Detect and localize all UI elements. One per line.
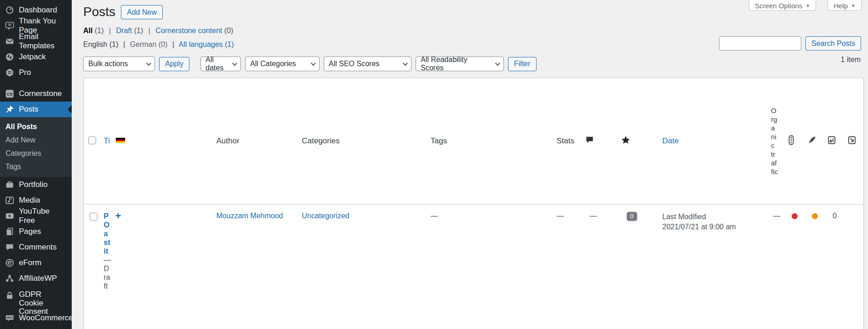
comments-column-icon [585, 136, 594, 147]
search-posts-button[interactable]: Search Posts [805, 36, 861, 51]
post-status-views: All (1) | Draft (1) | Cornerstone conten… [83, 27, 864, 35]
bulk-actions-select[interactable]: Bulk actions [83, 57, 155, 71]
categories-select[interactable]: All Categories [245, 57, 320, 71]
table-header-row: Ti Author Categories Tags Stats [84, 78, 864, 204]
select-all-checkbox[interactable] [88, 136, 96, 144]
seo-scores-select[interactable]: All SEO Scores [324, 57, 411, 71]
portfolio-icon [5, 180, 14, 190]
woocommerce-icon: WOO [5, 313, 14, 323]
chevron-down-icon [146, 61, 151, 66]
sidebar-item-pages[interactable]: Pages [0, 224, 72, 239]
add-translation-icon[interactable]: + [115, 210, 121, 221]
menu-separator [0, 80, 72, 86]
svg-text:WOO: WOO [6, 316, 13, 319]
comment-bubble-icon [5, 243, 14, 252]
column-stats: Stats [552, 78, 581, 204]
page-title: Posts [83, 5, 115, 19]
search-area: Search Posts [719, 36, 861, 51]
dashboard-icon [5, 6, 14, 15]
jetpack-icon [5, 52, 14, 62]
screen-meta-links: Screen Options ▼ Help ▼ [749, 0, 862, 11]
organic-traffic-value: — [773, 212, 781, 220]
sidebar-item-comments[interactable]: Comments [0, 239, 72, 255]
star-column-icon [621, 136, 630, 147]
item-count: 1 item [840, 56, 861, 64]
posts-submenu: All Posts Add New Categories Tags [0, 117, 72, 177]
column-organic-traffic: Organic traffic [771, 106, 778, 176]
view-cornerstone-content[interactable]: Cornerstone content [155, 27, 222, 34]
sidebar-item-portfolio[interactable]: Portfolio [0, 177, 72, 193]
incoming-links-column-icon [847, 136, 857, 147]
email-icon [5, 37, 14, 46]
table-row: POast it— Draft + Mouzzam Mehmood Uncate… [84, 204, 864, 329]
sidebar-item-jetpack[interactable]: Jetpack [0, 49, 72, 65]
readability-scores-select[interactable]: All Readability Scores [416, 57, 504, 71]
sidebar-item-eform[interactable]: eForm [0, 255, 72, 271]
screen-options-button[interactable]: Screen Options ▼ [749, 0, 816, 11]
submenu-categories[interactable]: Categories [0, 147, 72, 160]
column-date[interactable]: Date [662, 136, 679, 145]
svg-text:CS: CS [6, 92, 12, 96]
youtube-icon [5, 211, 14, 221]
dates-select[interactable]: All dates [200, 57, 241, 71]
readability-score-dot [812, 213, 818, 219]
lang-german[interactable]: German (0) [130, 40, 168, 48]
column-categories: Categories [297, 78, 426, 204]
column-author: Author [212, 78, 297, 204]
sidebar-item-cornerstone[interactable]: CS Cornerstone [0, 86, 72, 102]
sidebar-item-affiliatewp[interactable]: AffiliateWP [0, 271, 72, 286]
add-new-button[interactable]: Add New [121, 5, 163, 19]
lang-all-languages[interactable]: All languages (1) [179, 40, 234, 48]
post-title-link[interactable]: POast it [104, 212, 110, 255]
pushpin-icon [5, 105, 14, 114]
sidebar-item-pro[interactable]: Pro [0, 65, 72, 80]
caret-down-icon: ▼ [805, 3, 810, 8]
caret-down-icon: ▼ [851, 3, 856, 8]
chevron-down-icon [311, 61, 316, 66]
column-tags: Tags [426, 78, 552, 204]
submenu-tags[interactable]: Tags [0, 160, 72, 173]
view-all[interactable]: All [83, 27, 92, 34]
chevron-down-icon [495, 61, 500, 66]
sidebar-item-youtube-free[interactable]: YouTube Free [0, 208, 72, 224]
main-content: Screen Options ▼ Help ▼ Posts Add New Al… [72, 0, 868, 329]
eform-icon [5, 258, 14, 268]
admin-sidebar: Dashboard Thank You Page Email Templates… [0, 0, 72, 329]
help-button[interactable]: Help ▼ [828, 0, 862, 11]
submenu-all-posts[interactable]: All Posts [0, 120, 72, 133]
view-draft[interactable]: Draft [116, 27, 132, 34]
sidebar-item-gdpr-cookie-consent[interactable]: GDPR Cookie Consent [0, 286, 72, 310]
outgoing-links-column-icon [827, 136, 836, 147]
category-link[interactable]: Uncategorized [302, 212, 349, 220]
stats-value: — [557, 212, 564, 220]
star-count-badge: 0 [627, 212, 637, 221]
media-icon [5, 196, 14, 205]
sidebar-item-woocommerce[interactable]: WOO WooCommerce [0, 310, 72, 326]
column-title[interactable]: Ti [104, 136, 110, 145]
outgoing-links-value: 0 [833, 212, 837, 220]
tags-value: — [431, 212, 438, 220]
pro-icon [5, 68, 14, 78]
cornerstone-icon: CS [5, 89, 14, 99]
filter-toolbar: Bulk actions Apply All dates All Categor… [83, 57, 864, 71]
row-checkbox[interactable] [90, 213, 97, 221]
seo-score-column-icon [787, 135, 796, 147]
filter-button[interactable]: Filter [508, 57, 537, 71]
german-flag-icon[interactable] [115, 137, 126, 143]
date-cell: Last Modified 2021/07/21 at 9:00 am [658, 204, 767, 329]
sidebar-item-posts[interactable]: Posts [0, 102, 72, 117]
lang-english[interactable]: English (1) [83, 40, 118, 48]
posts-table: Ti Author Categories Tags Stats [83, 78, 864, 329]
submenu-add-new[interactable]: Add New [0, 133, 72, 147]
author-link[interactable]: Mouzzam Mehmood [217, 212, 283, 220]
post-status: — Draft [104, 256, 111, 290]
sidebar-item-email-templates[interactable]: Email Templates [0, 34, 72, 49]
sidebar-item-dashboard[interactable]: Dashboard [0, 2, 72, 18]
lock-icon [5, 290, 14, 300]
apply-button[interactable]: Apply [159, 57, 189, 71]
comments-value: — [590, 212, 597, 220]
sidebar-item-media[interactable]: Media [0, 193, 72, 208]
seo-score-dot [792, 213, 798, 219]
search-input[interactable] [719, 36, 801, 51]
sidebar-item-thank-you-page[interactable]: Thank You Page [0, 18, 72, 34]
